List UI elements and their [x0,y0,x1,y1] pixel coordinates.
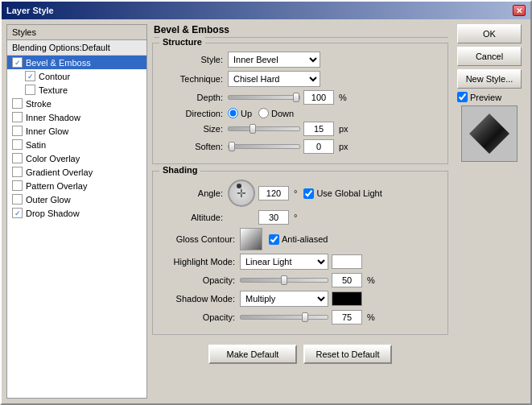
gradient-overlay-checkbox[interactable] [12,167,23,177]
bevel-emboss-label: Bevel & Emboss [26,58,91,68]
angle-indicator [237,184,241,188]
altitude-input[interactable] [258,210,289,225]
sidebar-item-satin[interactable]: Satin [7,138,146,151]
styles-header: Styles [7,25,146,40]
satin-checkbox[interactable] [12,139,23,150]
size-control: px [228,122,441,136]
soften-input[interactable] [303,139,334,154]
inner-glow-checkbox[interactable] [12,126,23,136]
contour-label: Contour [39,72,70,81]
depth-slider[interactable] [228,95,300,100]
soften-thumb[interactable] [229,142,235,151]
outer-glow-checkbox[interactable] [12,194,23,205]
shadow-opacity-unit: % [367,312,375,322]
preview-checkbox[interactable] [457,92,468,102]
depth-input[interactable] [303,90,334,105]
shadow-mode-row: Shadow Mode: Multiply Normal Screen Over… [159,291,441,307]
color-overlay-checkbox[interactable] [12,153,23,163]
highlight-mode-control: Linear Light Normal Multiply Screen [240,254,441,270]
inner-shadow-label: Inner Shadow [26,113,80,122]
bevel-emboss-checkbox[interactable] [12,57,23,68]
anti-aliased-group: Anti-aliased [269,234,328,245]
shadow-mode-select[interactable]: Multiply Normal Screen Overlay [240,291,328,307]
angle-control: ✛ ° Use Global Light [228,180,441,207]
texture-checkbox[interactable] [25,85,35,95]
highlight-mode-select[interactable]: Linear Light Normal Multiply Screen [240,254,328,270]
size-thumb[interactable] [250,124,256,134]
anti-aliased-checkbox[interactable] [269,234,279,245]
direction-up-label: Up [241,109,252,118]
size-slider[interactable] [228,126,300,131]
inner-shadow-checkbox[interactable] [12,112,23,122]
angle-input[interactable] [258,186,289,200]
close-button[interactable]: ✕ [513,5,526,16]
altitude-control: ° [228,210,441,225]
highlight-opacity-input[interactable] [332,273,362,287]
sidebar-item-inner-glow[interactable]: Inner Glow [7,124,146,138]
layer-style-dialog: Layer Style ✕ Styles Blending Options:De… [0,0,532,405]
technique-select[interactable]: Chisel Hard Smooth Chisel Soft [228,71,320,87]
shadow-opacity-thumb[interactable] [302,312,308,322]
shadow-opacity-slider[interactable] [240,315,328,320]
technique-label: Technique: [159,74,228,84]
angle-wheel[interactable]: ✛ [228,180,255,207]
pattern-overlay-label: Pattern Overlay [26,181,87,191]
anti-aliased-label: Anti-aliased [282,234,328,244]
ok-button[interactable]: OK [457,24,522,43]
stroke-label: Stroke [26,99,52,109]
sidebar-item-bevel-emboss[interactable]: Bevel & Emboss [7,56,146,69]
altitude-label: Altitude: [159,213,228,222]
sidebar-item-stroke[interactable]: Stroke [7,97,146,110]
size-input[interactable] [303,122,334,136]
sidebar-item-pattern-overlay[interactable]: Pattern Overlay [7,179,146,192]
pattern-overlay-checkbox[interactable] [12,180,23,191]
cancel-button[interactable]: Cancel [457,47,522,66]
depth-label: Depth: [159,93,228,102]
soften-control: px [228,139,441,154]
highlight-color-swatch[interactable] [332,254,362,269]
shadow-opacity-input[interactable] [332,310,362,324]
soften-slider[interactable] [228,144,300,149]
reset-to-default-button[interactable]: Reset to Default [303,345,392,364]
sidebar-item-contour[interactable]: Contour [7,69,146,83]
soften-label: Soften: [159,142,228,151]
technique-row: Technique: Chisel Hard Smooth Chisel Sof… [159,71,441,87]
new-style-button[interactable]: New Style... [457,69,522,89]
drop-shadow-checkbox[interactable] [12,208,23,218]
title-bar: Layer Style ✕ [2,2,530,19]
shadow-mode-control: Multiply Normal Screen Overlay [240,291,441,307]
dialog-body: Styles Blending Options:Default Bevel & … [2,19,530,403]
style-control: Inner Bevel Outer Bevel Emboss Pillow Em… [228,52,441,68]
sidebar-item-outer-glow[interactable]: Outer Glow [7,192,146,206]
satin-label: Satin [26,140,46,150]
direction-up-item: Up [228,108,252,118]
gloss-contour-row: Gloss Contour: Anti-aliased [159,228,441,250]
shading-section: Shading Angle: ✛ ° Us [152,171,448,335]
use-global-light-checkbox[interactable] [303,188,314,199]
stroke-checkbox[interactable] [12,98,23,109]
direction-down-radio[interactable] [258,108,269,118]
style-select[interactable]: Inner Bevel Outer Bevel Emboss Pillow Em… [228,52,320,68]
direction-up-radio[interactable] [228,108,238,118]
gloss-contour-label: Gloss Contour: [159,234,240,244]
angle-unit: ° [294,188,297,198]
depth-thumb[interactable] [293,93,299,102]
dialog-title: Layer Style [6,6,54,15]
sidebar-item-drop-shadow[interactable]: Drop Shadow [7,206,146,220]
angle-crosshair-icon: ✛ [237,187,246,200]
sidebar-item-gradient-overlay[interactable]: Gradient Overlay [7,165,146,179]
contour-checkbox[interactable] [25,71,35,81]
sidebar-item-color-overlay[interactable]: Color Overlay [7,151,146,165]
gloss-contour-preview[interactable] [240,228,262,250]
shadow-color-swatch[interactable] [332,291,362,306]
highlight-opacity-slider[interactable] [240,278,328,283]
sidebar-item-texture[interactable]: Texture [7,83,146,97]
preview-label: Preview [470,93,501,102]
highlight-opacity-thumb[interactable] [281,275,287,285]
depth-row: Depth: % [159,90,441,105]
soften-unit: px [339,142,348,151]
color-overlay-label: Color Overlay [26,154,80,163]
global-light-group: Use Global Light [303,188,381,199]
sidebar-item-inner-shadow[interactable]: Inner Shadow [7,110,146,124]
make-default-button[interactable]: Make Default [208,345,297,364]
